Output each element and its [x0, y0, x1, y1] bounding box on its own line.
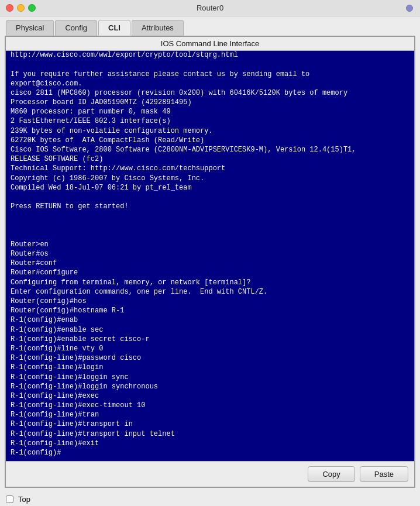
- terminal-wrapper: importers, exporters, distributors and u…: [6, 51, 414, 461]
- tab-bar: Physical Config CLI Attributes: [0, 16, 420, 36]
- status-dot: [406, 5, 413, 12]
- top-checkbox[interactable]: [6, 495, 13, 503]
- close-button[interactable]: [6, 4, 13, 12]
- top-label: Top: [18, 495, 30, 504]
- minimize-button[interactable]: [17, 4, 25, 12]
- tab-cli[interactable]: CLI: [98, 20, 130, 36]
- main-window: Router0 Physical Config CLI Attributes I…: [0, 0, 420, 506]
- copy-button[interactable]: Copy: [308, 466, 354, 482]
- window-controls: [6, 4, 36, 12]
- bottom-bar: Top: [0, 493, 420, 506]
- tab-physical[interactable]: Physical: [6, 20, 54, 36]
- section-title: IOS Command Line Interface: [6, 37, 414, 51]
- terminal-output[interactable]: importers, exporters, distributors and u…: [6, 51, 414, 461]
- paste-button[interactable]: Paste: [360, 466, 408, 482]
- window-title: Router0: [197, 4, 223, 12]
- main-content: IOS Command Line Interface importers, ex…: [5, 36, 415, 488]
- tab-config[interactable]: Config: [55, 20, 97, 36]
- tab-attributes[interactable]: Attributes: [132, 20, 184, 36]
- title-bar: Router0: [0, 0, 420, 16]
- maximize-button[interactable]: [28, 4, 36, 12]
- button-bar: Copy Paste: [6, 461, 414, 487]
